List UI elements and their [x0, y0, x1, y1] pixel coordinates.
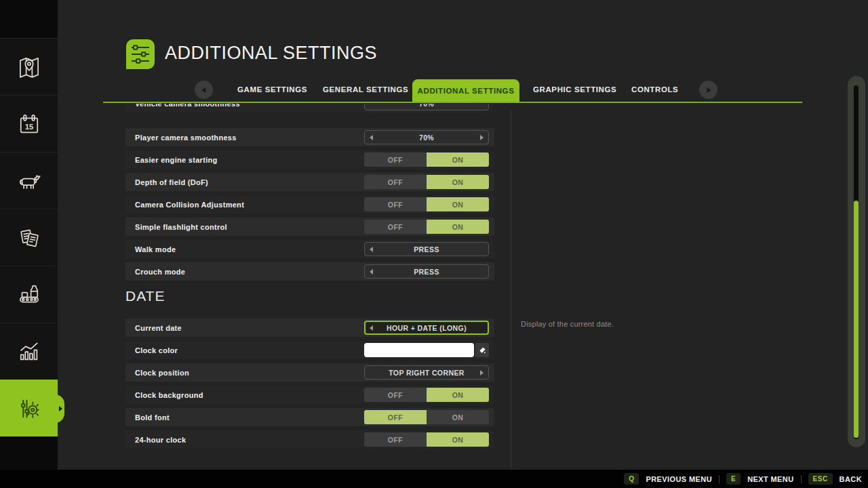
toggle-off-button[interactable]: OFF [364, 152, 427, 167]
value-selector[interactable]: 70% [364, 104, 489, 110]
footer-bar: Q PREVIOUS MENU E NEXT MENU ESC BACK [0, 470, 868, 488]
setting-label: Clock position [135, 369, 189, 377]
calendar-icon: 15 [15, 110, 43, 138]
chevron-right-icon [59, 406, 62, 411]
setting-row: Camera Collision Adjustment OFF ON [125, 195, 494, 214]
setting-row: Depth of field (DoF) OFF ON [125, 173, 494, 191]
value-selector[interactable]: TOP RIGHT CORNER [364, 365, 489, 380]
setting-row: Clock color [125, 341, 494, 359]
toggle-on-button[interactable]: ON [427, 175, 489, 189]
setting-label: Walk mode [135, 245, 176, 253]
color-picker-button[interactable] [475, 343, 489, 357]
tab-graphic-settings[interactable]: GRAPHIC SETTINGS [533, 85, 616, 94]
selector-left-arrow-icon[interactable] [370, 325, 373, 331]
setting-label: Bold font [135, 413, 170, 422]
panel-divider [511, 110, 511, 468]
back-label[interactable]: BACK [840, 475, 862, 483]
value-selector[interactable]: 70% [364, 130, 489, 144]
setting-label: Player camera smoothness [135, 134, 237, 142]
tab-controls[interactable]: CONTROLS [631, 85, 678, 94]
toggle-control[interactable]: OFF ON [364, 220, 489, 234]
setting-label: Current date [135, 324, 182, 332]
toggle-off-button[interactable]: OFF [364, 197, 427, 211]
selector-left-arrow-icon[interactable] [370, 269, 373, 274]
toggle-control[interactable]: OFF ON [364, 175, 489, 189]
key-badge-esc: ESC [808, 473, 833, 485]
setting-row: Vehicle camera smoothness 70% [125, 104, 494, 113]
selector-left-arrow-icon[interactable] [370, 135, 373, 140]
toggle-on-button[interactable]: ON [427, 197, 489, 211]
toggle-off-button[interactable]: OFF [364, 410, 427, 424]
toggle-on-button[interactable]: ON [427, 410, 489, 424]
toggle-on-button[interactable]: ON [427, 432, 489, 447]
sidebar-item-map[interactable] [0, 38, 58, 95]
setting-label: Crouch mode [135, 268, 185, 276]
setting-label: Simple flashlight control [135, 223, 227, 231]
page-title: ADDITIONAL SETTINGS [165, 43, 377, 64]
next-menu-label[interactable]: NEXT MENU [747, 475, 793, 483]
settings-list: Vehicle camera smoothness 70% Player cam… [125, 104, 494, 281]
toggle-control[interactable]: OFF ON [364, 432, 489, 447]
setting-row: Clock background OFF ON [125, 386, 494, 404]
clipped-row: Vehicle camera smoothness 70% [125, 104, 494, 115]
toggle-control[interactable]: OFF ON [364, 410, 489, 424]
color-swatch[interactable] [364, 343, 474, 357]
sidebar-item-animals[interactable] [0, 152, 58, 209]
chevron-left-icon [201, 87, 205, 93]
selector-right-arrow-icon[interactable] [480, 135, 484, 140]
setting-label: Easier engine starting [135, 156, 218, 164]
svg-text:15: 15 [24, 122, 33, 130]
toggle-off-button[interactable]: OFF [364, 175, 427, 189]
sidebar-item-calendar[interactable]: 15 [0, 95, 58, 152]
toggle-off-button[interactable]: OFF [364, 220, 427, 234]
statistics-icon [15, 338, 43, 366]
setting-label: Camera Collision Adjustment [135, 201, 244, 209]
previous-menu-label[interactable]: PREVIOUS MENU [646, 475, 712, 483]
toggle-off-button[interactable]: OFF [364, 432, 427, 447]
sidebar-item-settings[interactable] [0, 380, 58, 436]
tabs-previous-button[interactable] [195, 81, 213, 99]
tab-additional-settings[interactable]: ADDITIONAL SETTINGS [412, 79, 519, 102]
value-selector[interactable]: PRESS [364, 242, 489, 256]
scrollbar-thumb[interactable] [854, 201, 859, 438]
toggle-control[interactable]: OFF ON [364, 152, 489, 167]
toggle-control[interactable]: OFF ON [364, 197, 489, 211]
sidebar-item-contracts[interactable] [0, 209, 58, 266]
toggle-on-button[interactable]: ON [427, 220, 489, 234]
sidebar-active-bump [51, 394, 64, 423]
date-settings-list: Current date HOUR + DATE (LONG) Clock co… [125, 319, 494, 449]
value-selector[interactable]: PRESS [364, 264, 489, 279]
setting-label: Clock background [135, 391, 203, 399]
value-selector-focused[interactable]: HOUR + DATE (LONG) [364, 321, 489, 335]
tab-game-settings[interactable]: GAME SETTINGS [237, 85, 307, 94]
color-swatch-control[interactable] [364, 343, 489, 357]
production-icon [15, 281, 43, 309]
key-badge-e: E [726, 473, 741, 485]
toggle-off-button[interactable]: OFF [364, 388, 427, 402]
setting-label: Depth of field (DoF) [135, 178, 208, 186]
tab-underline [103, 102, 802, 103]
setting-label: Vehicle camera smoothness [135, 104, 240, 108]
setting-row: Current date HOUR + DATE (LONG) [125, 319, 494, 337]
toggle-control[interactable]: OFF ON [364, 388, 489, 402]
settings-icon [15, 394, 43, 423]
tab-general-settings[interactable]: GENERAL SETTINGS [323, 85, 408, 94]
toggle-on-button[interactable]: ON [427, 388, 489, 402]
section-heading-date: DATE [125, 288, 165, 304]
setting-row: Crouch mode PRESS [125, 262, 494, 281]
setting-row: Player camera smoothness 70% [125, 128, 494, 146]
selector-right-arrow-icon[interactable] [480, 370, 484, 375]
selector-left-arrow-icon[interactable] [370, 247, 373, 252]
chevron-right-icon [707, 87, 711, 93]
tabs-next-button[interactable] [699, 81, 717, 99]
setting-label: Clock color [135, 346, 178, 354]
paint-icon [479, 346, 486, 354]
sidebar-item-statistics[interactable] [0, 323, 58, 380]
setting-row: 24-hour clock OFF ON [125, 430, 494, 449]
footer-separator [719, 475, 719, 483]
scrollbar[interactable] [848, 76, 865, 447]
toggle-on-button[interactable]: ON [427, 152, 489, 167]
sidebar-item-production[interactable] [0, 266, 58, 323]
setting-row: Clock position TOP RIGHT CORNER [125, 363, 494, 382]
page-title-icon [125, 39, 155, 73]
